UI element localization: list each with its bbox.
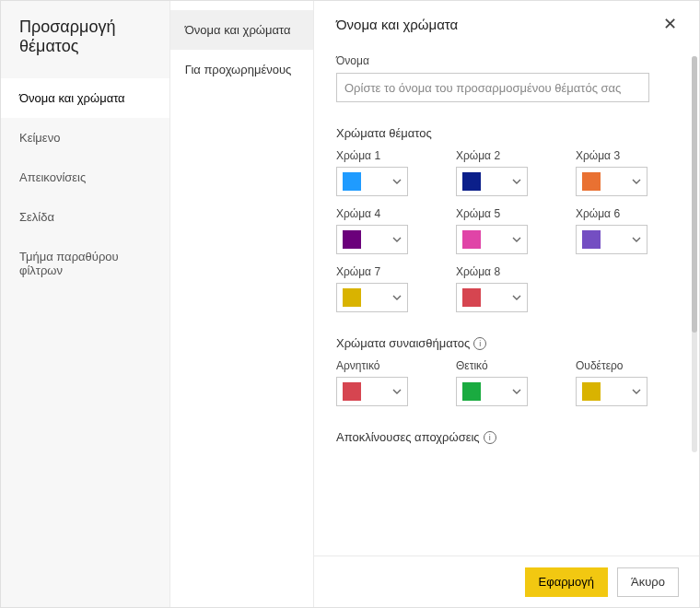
sidebar-item-filter-pane[interactable]: Τμήμα παραθύρου φίλτρων [1,237,169,290]
sidebar-item-visuals[interactable]: Απεικονίσεις [1,158,169,197]
theme-color-cell: Χρώμα 7 [336,265,438,312]
theme-color-picker[interactable] [576,167,648,196]
theme-colors-grid: Χρώμα 1Χρώμα 2Χρώμα 3Χρώμα 4Χρώμα 5Χρώμα… [336,149,677,312]
divergent-title-text: Αποκλίνουσες αποχρώσεις [336,430,480,444]
color-swatch [343,288,361,307]
chevron-down-icon [512,177,521,186]
dialog-title: Προσαρμογή θέματος [1,1,169,78]
info-icon[interactable]: i [473,337,486,350]
main-header: Όνομα και χρώματα ✕ [314,1,699,41]
name-label: Όνομα [336,54,677,67]
color-swatch [343,382,361,401]
theme-name-input[interactable] [336,73,649,102]
info-icon[interactable]: i [484,431,496,444]
color-swatch [582,230,601,249]
sentiment-color-cell: Θετικό [456,359,557,406]
chevron-down-icon [392,387,402,396]
sidebar: Προσαρμογή θέματος Όνομα και χρώματα Κεί… [1,1,170,607]
chevron-down-icon [632,177,641,186]
scrollbar-thumb[interactable] [692,56,697,333]
theme-color-cell: Χρώμα 4 [336,207,438,254]
chevron-down-icon [632,235,641,244]
sidebar-item-page[interactable]: Σελίδα [1,197,169,237]
theme-color-label: Χρώμα 2 [456,149,557,162]
subnav: Όνομα και χρώματα Για προχωρημένους [170,1,314,607]
scroll-area[interactable]: Όνομα Χρώματα θέματος Χρώμα 1Χρώμα 2Χρώμ… [314,41,699,555]
color-swatch [462,288,481,307]
color-swatch [343,230,361,249]
theme-color-picker[interactable] [336,283,408,312]
theme-color-picker[interactable] [456,283,528,312]
theme-color-cell: Χρώμα 2 [456,149,557,196]
chevron-down-icon [512,235,521,244]
close-icon: ✕ [663,15,677,33]
sidebar-item-name-colors[interactable]: Όνομα και χρώματα [1,78,169,118]
cancel-button[interactable]: Άκυρο [617,567,679,597]
theme-color-cell: Χρώμα 5 [456,207,557,254]
theme-color-label: Χρώμα 8 [456,265,557,278]
customize-theme-dialog: Προσαρμογή θέματος Όνομα και χρώματα Κεί… [0,0,700,608]
color-swatch [582,172,601,191]
main-panel: Όνομα και χρώματα ✕ Όνομα Χρώματα θέματο… [314,1,699,607]
sentiment-color-picker[interactable] [456,377,528,406]
subnav-item-advanced[interactable]: Για προχωρημένους [170,50,313,89]
color-swatch [343,172,361,191]
theme-color-cell: Χρώμα 6 [576,207,677,254]
chevron-down-icon [512,387,521,396]
theme-color-label: Χρώμα 5 [456,207,557,220]
close-button[interactable]: ✕ [663,16,677,32]
theme-color-picker[interactable] [576,225,648,254]
theme-color-picker[interactable] [456,225,528,254]
color-swatch [462,382,481,401]
color-swatch [462,230,481,249]
sentiment-color-label: Αρνητικό [336,359,438,372]
theme-colors-title-text: Χρώματα θέματος [336,126,432,140]
panel-title: Όνομα και χρώματα [336,17,458,32]
theme-color-label: Χρώμα 1 [336,149,438,162]
theme-color-label: Χρώμα 3 [576,149,677,162]
sidebar-item-text[interactable]: Κείμενο [1,118,169,158]
theme-color-cell: Χρώμα 8 [456,265,557,312]
sentiment-color-label: Ουδέτερο [576,359,677,372]
theme-color-picker[interactable] [456,167,528,196]
sentiment-color-picker[interactable] [576,377,648,406]
color-swatch [582,382,601,401]
divergent-title: Αποκλίνουσες αποχρώσεις i [336,430,677,444]
subnav-item-name-colors[interactable]: Όνομα και χρώματα [170,10,313,50]
sentiment-colors-grid: ΑρνητικόΘετικόΟυδέτερο [336,359,677,406]
theme-color-cell: Χρώμα 3 [576,149,677,196]
theme-color-label: Χρώμα 7 [336,265,438,278]
chevron-down-icon [632,387,641,396]
chevron-down-icon [392,235,402,244]
theme-color-label: Χρώμα 4 [336,207,438,220]
theme-color-cell: Χρώμα 1 [336,149,438,196]
footer: Εφαρμογή Άκυρο [314,555,699,607]
sentiment-color-cell: Ουδέτερο [576,359,677,406]
chevron-down-icon [392,177,402,186]
sentiment-color-picker[interactable] [336,377,408,406]
theme-color-label: Χρώμα 6 [576,207,677,220]
sentiment-color-cell: Αρνητικό [336,359,438,406]
chevron-down-icon [512,293,521,302]
sentiment-color-label: Θετικό [456,359,557,372]
sentiment-colors-title-text: Χρώματα συναισθήματος [336,336,470,350]
theme-colors-title: Χρώματα θέματος [336,126,677,140]
color-swatch [462,172,481,191]
theme-color-picker[interactable] [336,225,408,254]
sentiment-colors-title: Χρώματα συναισθήματος i [336,336,677,350]
apply-button[interactable]: Εφαρμογή [525,567,608,597]
theme-color-picker[interactable] [336,167,408,196]
chevron-down-icon [392,293,402,302]
